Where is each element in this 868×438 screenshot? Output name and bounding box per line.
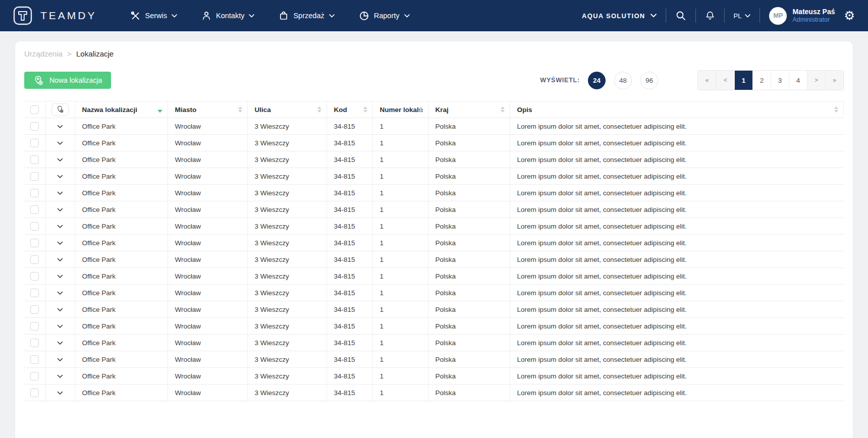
row-checkbox[interactable] [30, 172, 39, 181]
row-checkbox[interactable] [30, 155, 39, 164]
row-expand-chevron-icon[interactable] [57, 391, 63, 395]
cell-description: Lorem ipsum dolor sit amet, consectetuer… [510, 368, 844, 385]
cell-country: Polska [428, 318, 510, 335]
cell-unit: 1 [372, 218, 428, 235]
row-expand-chevron-icon[interactable] [57, 241, 63, 245]
row-expand-chevron-icon[interactable] [57, 358, 63, 362]
row-expand-chevron-icon[interactable] [57, 341, 63, 345]
row-expand-chevron-icon[interactable] [57, 324, 63, 328]
language-selector[interactable]: PL [734, 12, 751, 20]
row-checkbox[interactable] [30, 339, 39, 347]
cell-name: Office Park [75, 385, 168, 401]
chevron-down-icon [404, 14, 410, 18]
row-expand-chevron-icon[interactable] [57, 141, 63, 145]
brand-logo[interactable]: TEAMDY [13, 6, 97, 25]
row-checkbox[interactable] [30, 389, 39, 397]
pie-chart-icon [359, 11, 369, 21]
row-checkbox[interactable] [30, 239, 39, 247]
cell-city: Wrocław [168, 135, 247, 151]
row-expand-chevron-icon[interactable] [57, 158, 63, 162]
row-expand-chevron-icon[interactable] [57, 191, 63, 195]
row-checkbox[interactable] [30, 272, 39, 281]
row-checkbox[interactable] [30, 355, 39, 364]
row-expand-chevron-icon[interactable] [57, 374, 63, 378]
pagination-button[interactable]: 3 [771, 71, 789, 90]
cell-city: Wrocław [168, 335, 247, 351]
row-checkbox[interactable] [30, 122, 39, 131]
page-size-option[interactable]: 96 [640, 72, 658, 89]
company-selector[interactable]: AQUA SOLUTION [582, 12, 656, 20]
table-row: Office Park Wrocław 3 Wieszczy 34-815 1 … [24, 135, 844, 151]
row-expand-chevron-icon[interactable] [57, 225, 63, 229]
row-expand-chevron-icon[interactable] [57, 175, 63, 179]
column-header[interactable]: Nazwa lokalizacji [75, 101, 168, 118]
table-row: Office Park Wrocław 3 Wieszczy 34-815 1 … [24, 151, 844, 168]
user-menu[interactable]: MP Mateusz Paś Administrator [769, 7, 835, 25]
row-checkbox[interactable] [30, 139, 39, 147]
cell-unit: 1 [372, 285, 428, 301]
cell-name: Office Park [75, 168, 168, 185]
row-expand-chevron-icon[interactable] [57, 125, 63, 129]
select-all-checkbox[interactable] [30, 105, 39, 114]
notifications-bell-icon[interactable] [705, 11, 715, 21]
row-checkbox[interactable] [30, 255, 39, 264]
cell-description: Lorem ipsum dolor sit amet, consectetuer… [510, 351, 844, 368]
column-header[interactable]: Miasto [168, 101, 247, 118]
breadcrumb-parent[interactable]: Urządzenia [24, 49, 63, 58]
pagination-button[interactable]: « [698, 71, 716, 90]
cell-code: 34-815 [327, 235, 372, 251]
cell-street: 3 Wieszczy [247, 301, 327, 318]
pagination-button[interactable]: 1 [734, 71, 752, 90]
row-checkbox[interactable] [30, 189, 39, 197]
locate-button[interactable] [51, 103, 69, 116]
pagination-button[interactable]: < [716, 71, 734, 90]
column-header[interactable]: Kod [327, 101, 372, 118]
row-checkbox[interactable] [30, 305, 39, 314]
cell-description: Lorem ipsum dolor sit amet, consectetuer… [510, 285, 844, 301]
row-expand-chevron-icon[interactable] [57, 308, 63, 312]
pagination: «<1234>» [697, 70, 844, 90]
nav-item-kontakty[interactable]: Kontakty [201, 11, 254, 21]
pagination-button[interactable]: > [807, 71, 825, 90]
page-size-option[interactable]: 24 [588, 72, 606, 89]
row-expand-chevron-icon[interactable] [57, 208, 63, 212]
cell-city: Wrocław [168, 301, 247, 318]
nav-item-serwis[interactable]: Serwis [130, 11, 178, 21]
row-checkbox[interactable] [30, 322, 39, 331]
table-row: Office Park Wrocław 3 Wieszczy 34-815 1 … [24, 335, 844, 351]
row-expand-chevron-icon[interactable] [57, 275, 63, 279]
column-header[interactable]: Numer lokalu [372, 101, 428, 118]
cell-name: Office Park [75, 351, 168, 368]
nav-item-sprzedaz[interactable]: Sprzedaż [279, 11, 334, 21]
pagination-button[interactable]: 4 [789, 71, 807, 90]
table-row: Office Park Wrocław 3 Wieszczy 34-815 1 … [24, 351, 844, 368]
pagination-button[interactable]: » [825, 71, 843, 90]
row-checkbox[interactable] [30, 372, 39, 380]
page-size-option[interactable]: 48 [614, 72, 632, 89]
cell-name: Office Park [75, 285, 168, 301]
nav-item-raporty[interactable]: Raporty [359, 11, 410, 21]
pagination-button[interactable]: 2 [752, 71, 771, 90]
new-location-button[interactable]: Nowa lokalizacja [24, 72, 111, 89]
column-header[interactable]: Opis [510, 101, 844, 118]
row-checkbox[interactable] [30, 222, 39, 231]
cell-code: 34-815 [327, 318, 372, 335]
new-location-label: Nowa lokalizacja [49, 76, 102, 84]
cell-description: Lorem ipsum dolor sit amet, consectetuer… [510, 185, 844, 201]
chevron-down-icon [650, 14, 657, 18]
settings-gear-icon[interactable]: ⚙ [844, 10, 855, 22]
cell-city: Wrocław [168, 151, 247, 168]
column-header[interactable]: Ulica [247, 101, 327, 118]
sort-icon [834, 106, 838, 113]
map-pin-plus-icon [33, 75, 44, 86]
search-icon[interactable] [675, 10, 686, 21]
row-checkbox[interactable] [30, 205, 39, 214]
row-expand-chevron-icon[interactable] [57, 258, 63, 262]
row-expand-chevron-icon[interactable] [57, 291, 63, 295]
cell-country: Polska [428, 251, 510, 268]
chevron-down-icon [745, 14, 750, 18]
user-name: Mateusz Paś [792, 8, 835, 17]
cell-code: 34-815 [327, 351, 372, 368]
row-checkbox[interactable] [30, 289, 39, 297]
column-header[interactable]: Kraj [428, 101, 510, 118]
